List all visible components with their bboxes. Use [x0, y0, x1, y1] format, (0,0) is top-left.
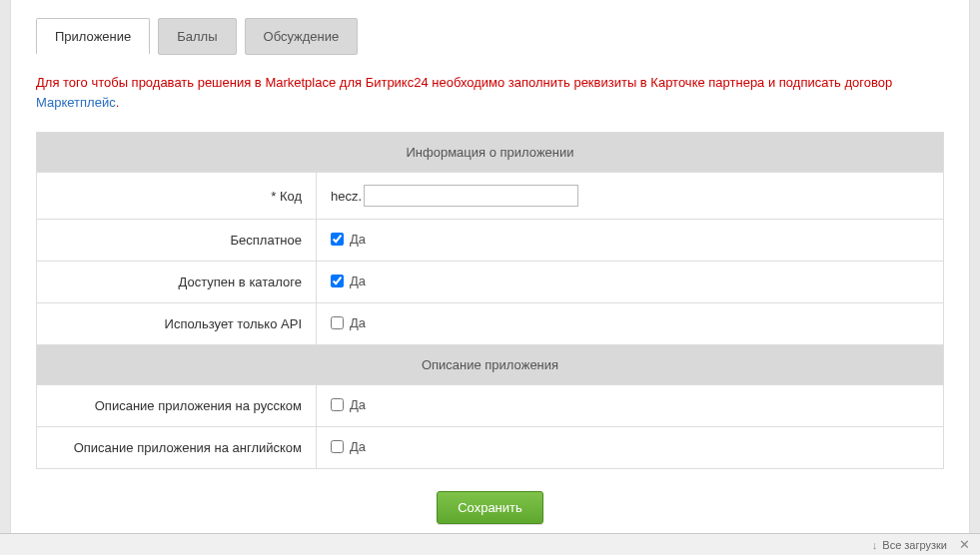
section-app-desc: Описание приложения [37, 345, 944, 385]
label-code: * Код [37, 173, 317, 220]
label-catalog: Доступен в каталоге [37, 262, 317, 303]
close-icon[interactable]: ✕ [959, 537, 970, 552]
free-option-text: Да [350, 232, 366, 247]
browser-statusbar: ↓ Все загрузки ✕ [0, 533, 980, 555]
catalog-option-wrap: Да [331, 274, 366, 288]
tab-app[interactable]: Приложение [36, 18, 150, 55]
label-desc-en: Описание приложения на английском [37, 427, 317, 469]
notice-text: Для того чтобы продавать решения в Marke… [36, 73, 944, 112]
catalog-checkbox[interactable] [331, 275, 344, 287]
label-api: Использует только API [37, 303, 317, 345]
api-option-wrap: Да [331, 315, 366, 330]
form-table: Информация о приложении * Код hecz. Бесп… [36, 132, 944, 469]
section-app-info: Информация о приложении [37, 133, 944, 173]
desc-en-option-wrap: Да [331, 439, 366, 454]
desc-ru-option-wrap: Да [331, 397, 366, 412]
desc-ru-checkbox[interactable] [331, 398, 344, 411]
api-option-text: Да [350, 315, 366, 330]
tab-points[interactable]: Баллы [158, 18, 236, 55]
notice-link[interactable]: Маркетплейс [36, 95, 116, 110]
free-option-wrap: Да [331, 232, 366, 247]
catalog-option-text: Да [350, 274, 366, 288]
button-row: Сохранить [36, 491, 944, 524]
desc-en-checkbox[interactable] [331, 440, 344, 453]
download-icon: ↓ [872, 539, 878, 551]
desc-en-option-text: Да [350, 439, 366, 454]
free-checkbox[interactable] [331, 233, 344, 246]
label-free: Бесплатное [37, 220, 317, 262]
tabs: Приложение Баллы Обсуждение [36, 18, 944, 55]
desc-ru-option-text: Да [350, 397, 366, 412]
save-button[interactable]: Сохранить [437, 491, 543, 524]
api-checkbox[interactable] [331, 316, 344, 329]
downloads-label[interactable]: Все загрузки [882, 539, 947, 551]
label-desc-ru: Описание приложения на русском [37, 385, 317, 427]
notice-after: . [116, 95, 120, 110]
tab-discussion[interactable]: Обсуждение [245, 18, 359, 55]
code-prefix: hecz. [331, 189, 362, 204]
notice-before: Для того чтобы продавать решения в Marke… [36, 75, 892, 90]
code-input[interactable] [364, 185, 578, 207]
